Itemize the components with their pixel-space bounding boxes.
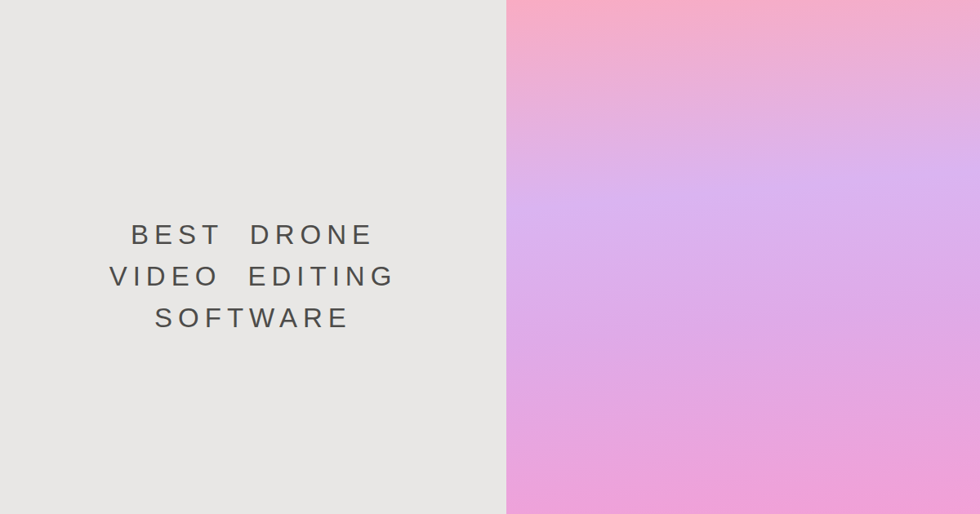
title-line-2: VIDEO EDITING SOFTWARE	[0, 255, 506, 339]
title-line-1: BEST DRONE	[0, 214, 506, 255]
page: BEST DRONE VIDEO EDITING SOFTWARE Premie…	[0, 0, 980, 514]
hero-pane: BEST DRONE VIDEO EDITING SOFTWARE	[0, 0, 506, 514]
gradient-pane: Premiere Pro File Edit Clip Sequence Mar…	[506, 0, 980, 514]
page-title: BEST DRONE VIDEO EDITING SOFTWARE	[0, 214, 506, 339]
